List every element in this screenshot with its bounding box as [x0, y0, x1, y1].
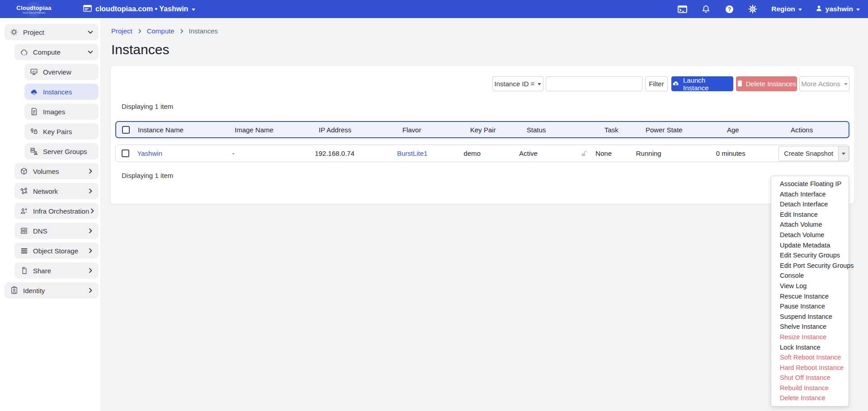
ip-address-value: 192.168.0.74: [315, 149, 397, 157]
menu-item-shelve-instance[interactable]: Shelve Instance: [771, 322, 849, 332]
menu-item-console[interactable]: Console: [771, 271, 849, 281]
menu-item-view-log[interactable]: View Log: [771, 281, 849, 291]
menu-item-suspend-instance[interactable]: Suspend Instance: [771, 312, 849, 322]
menu-item-attach-interface[interactable]: Attach Interface: [771, 189, 849, 200]
chevron-right-icon: [87, 188, 94, 194]
svg-text:?: ?: [728, 6, 731, 12]
sidebar-item-share[interactable]: Share: [14, 262, 99, 279]
column-header-flavor[interactable]: Flavor: [402, 126, 470, 134]
sidebar-item-images[interactable]: Images: [24, 103, 99, 120]
terminal-icon[interactable]: [677, 4, 687, 14]
breadcrumb-project[interactable]: Project: [111, 27, 132, 35]
column-header-ip-address[interactable]: IP Address: [319, 126, 402, 134]
sidebar-item-server-groups[interactable]: Server Groups: [24, 143, 99, 159]
breadcrumb-compute[interactable]: Compute: [147, 27, 175, 35]
project-gear-icon: [9, 28, 19, 37]
row-actions-dropdown-toggle[interactable]: [839, 146, 849, 161]
identity-badge-icon: [9, 286, 19, 295]
instances-cloud-icon: [29, 87, 38, 96]
menu-item-shut-off-instance[interactable]: Shut Off Instance: [771, 373, 849, 383]
menu-item-rebuild-instance[interactable]: Rebuild Instance: [771, 383, 849, 393]
top-bar: Cloudtopiaa Your Cloud Partner cloudtopi…: [0, 0, 868, 18]
sidebar-item-label: Volumes: [33, 168, 59, 175]
chevron-down-icon: [192, 9, 195, 11]
sidebar-item-dns[interactable]: DNS: [14, 223, 99, 239]
column-header-age[interactable]: Age: [727, 126, 791, 134]
filter-button[interactable]: Filter: [645, 76, 668, 91]
bell-icon[interactable]: [701, 4, 711, 14]
more-actions-label: More Actions: [801, 80, 840, 88]
menu-item-lock-instance[interactable]: Lock Instance: [771, 342, 849, 353]
flavor-link[interactable]: BurstLite1: [397, 149, 463, 157]
user-menu[interactable]: yashwin: [816, 5, 860, 14]
sidebar-item-identity[interactable]: Identity: [5, 282, 99, 299]
brand-logo[interactable]: Cloudtopiaa Your Cloud Partner: [0, 5, 68, 14]
chevron-right-icon: [87, 228, 94, 234]
chevron-right-icon: [89, 208, 95, 214]
network-nodes-icon: [19, 187, 28, 196]
menu-item-resize-instance[interactable]: Resize Instance: [771, 332, 849, 342]
menu-item-associate-floating-ip[interactable]: Associate Floating IP: [771, 179, 849, 189]
sidebar-item-key-pairs[interactable]: Key Pairs: [24, 123, 99, 140]
column-header-image-name[interactable]: Image Name: [235, 126, 319, 134]
status-cell: Active: [519, 149, 595, 157]
menu-item-soft-reboot-instance[interactable]: Soft Reboot Instance: [771, 352, 849, 363]
project-context-switcher[interactable]: cloudtopiaa.com • Yashwin: [83, 5, 195, 14]
brand-name: Cloudtopiaa: [16, 5, 51, 11]
create-snapshot-button[interactable]: Create Snapshot: [778, 146, 839, 161]
sidebar-item-instances[interactable]: Instances: [24, 84, 99, 100]
delete-instances-button[interactable]: Delete Instances: [736, 76, 797, 91]
select-all-checkbox[interactable]: [122, 126, 130, 134]
instances-panel: Instance ID = Filter Launch Instance Del…: [110, 65, 854, 204]
menu-item-detach-interface[interactable]: Detach Interface: [771, 199, 849, 210]
row-checkbox[interactable]: [122, 149, 129, 157]
menu-item-rescue-instance[interactable]: Rescue Instance: [771, 291, 849, 302]
column-header-key-pair[interactable]: Key Pair: [470, 126, 527, 134]
sidebar-item-infra-orchestration[interactable]: Infra Orchestration: [14, 203, 99, 219]
sidebar-item-project[interactable]: Project: [5, 24, 99, 40]
sidebar-item-label: Key Pairs: [43, 128, 72, 135]
menu-item-hard-reboot-instance[interactable]: Hard Reboot Instance: [771, 363, 849, 373]
breadcrumb-instances: Instances: [189, 27, 218, 35]
menu-item-detach-volume[interactable]: Detach Volume: [771, 230, 849, 240]
chevron-right-icon: [87, 168, 94, 174]
person-icon: [816, 5, 822, 14]
trash-icon: [737, 80, 743, 88]
menu-item-delete-instance[interactable]: Delete Instance: [771, 393, 849, 403]
region-dropdown[interactable]: Region: [771, 5, 802, 13]
sidebar-item-label: DNS: [33, 227, 47, 235]
launch-instance-label: Launch Instance: [683, 76, 733, 92]
power-state-value: Running: [636, 149, 716, 157]
menu-item-pause-instance[interactable]: Pause Instance: [771, 301, 849, 312]
infra-orchestration-icon: [19, 206, 28, 215]
compute-cloud-icon: [19, 47, 28, 56]
chevron-down-icon: [798, 9, 802, 11]
menu-item-attach-volume[interactable]: Attach Volume: [771, 220, 849, 230]
context-label: cloudtopiaa.com • Yashwin: [95, 5, 188, 13]
launch-instance-button[interactable]: Launch Instance: [671, 76, 733, 91]
filter-search-input[interactable]: [546, 76, 642, 91]
menu-item-update-metadata[interactable]: Update Metadata: [771, 240, 849, 251]
sidebar-item-compute[interactable]: Compute: [14, 44, 99, 60]
column-header-instance-name[interactable]: Instance Name: [138, 126, 235, 134]
menu-item-edit-instance[interactable]: Edit Instance: [771, 210, 849, 220]
chevron-down-icon: [856, 9, 860, 11]
menu-item-edit-security-groups[interactable]: Edit Security Groups: [771, 250, 849, 261]
object-storage-bars-icon: [19, 246, 28, 255]
help-icon[interactable]: ?: [724, 4, 734, 14]
row-actions-menu: Associate Floating IP Attach Interface D…: [771, 176, 849, 406]
image-name-value: -: [232, 149, 315, 157]
column-header-task[interactable]: Task: [604, 126, 646, 134]
column-header-power-state[interactable]: Power State: [646, 126, 727, 134]
column-header-status[interactable]: Status: [527, 126, 604, 134]
filter-field-select[interactable]: Instance ID =: [492, 76, 543, 91]
more-actions-button[interactable]: More Actions: [799, 76, 849, 91]
sidebar-item-network[interactable]: Network: [14, 183, 99, 199]
instance-name-link[interactable]: Yashwin: [137, 149, 232, 157]
chevron-down-icon: [538, 83, 541, 85]
sidebar-item-overview[interactable]: Overview: [24, 64, 99, 80]
menu-item-edit-port-security-groups[interactable]: Edit Port Security Groups: [771, 261, 849, 271]
sidebar-item-volumes[interactable]: Volumes: [14, 163, 99, 179]
sidebar-item-object-storage[interactable]: Object Storage: [14, 243, 99, 259]
gear-icon[interactable]: [748, 4, 758, 14]
